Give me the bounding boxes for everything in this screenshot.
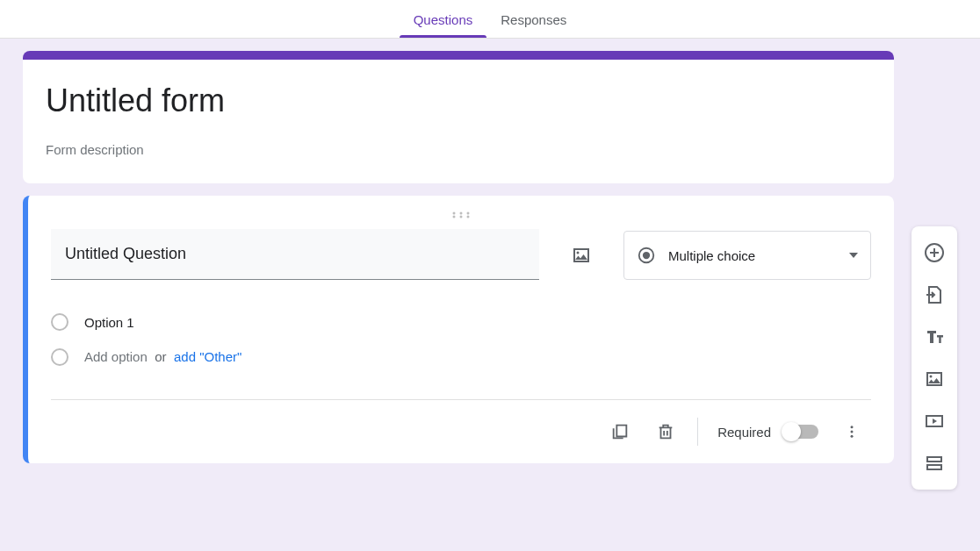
video-icon bbox=[924, 411, 945, 432]
svg-point-1 bbox=[460, 212, 463, 215]
radio-circle-icon bbox=[51, 348, 68, 366]
question-type-label: Multiple choice bbox=[668, 248, 849, 263]
plus-circle-icon bbox=[924, 242, 945, 263]
or-text: or bbox=[155, 349, 166, 364]
radio-icon bbox=[637, 246, 656, 265]
add-section-button[interactable] bbox=[915, 444, 954, 483]
required-label: Required bbox=[717, 425, 771, 440]
form-header-card: Untitled form Form description bbox=[23, 51, 894, 183]
more-options-button[interactable] bbox=[832, 412, 871, 451]
add-other-button[interactable]: add "Other" bbox=[174, 349, 241, 364]
image-icon bbox=[571, 245, 592, 266]
form-title[interactable]: Untitled form bbox=[46, 82, 871, 119]
side-toolbar bbox=[912, 226, 957, 490]
form-description[interactable]: Form description bbox=[46, 142, 871, 157]
question-type-selector[interactable]: Multiple choice bbox=[623, 231, 871, 280]
add-title-button[interactable] bbox=[915, 318, 954, 356]
add-image-button[interactable] bbox=[560, 234, 602, 276]
image-icon bbox=[924, 369, 945, 390]
svg-point-8 bbox=[643, 252, 650, 259]
duplicate-button[interactable] bbox=[601, 412, 639, 451]
svg-point-11 bbox=[851, 435, 854, 438]
delete-button[interactable] bbox=[646, 412, 685, 451]
svg-point-10 bbox=[851, 431, 854, 433]
chevron-down-icon bbox=[849, 253, 858, 258]
svg-point-3 bbox=[453, 216, 456, 218]
import-questions-button[interactable] bbox=[915, 276, 954, 314]
svg-point-5 bbox=[467, 216, 470, 218]
drag-handle-icon[interactable] bbox=[51, 211, 871, 218]
add-question-button[interactable] bbox=[915, 233, 954, 272]
section-icon bbox=[924, 453, 945, 474]
copy-icon bbox=[610, 422, 630, 441]
add-option-row: Add option or add "Other" bbox=[51, 340, 871, 375]
svg-point-2 bbox=[467, 212, 470, 215]
tab-questions[interactable]: Questions bbox=[400, 4, 487, 38]
svg-point-0 bbox=[453, 212, 456, 215]
question-title-input[interactable] bbox=[51, 229, 539, 280]
question-card: Multiple choice Option 1 Add option or a… bbox=[23, 196, 894, 463]
svg-point-9 bbox=[851, 426, 854, 428]
more-vert-icon bbox=[844, 424, 860, 440]
trash-icon bbox=[656, 422, 675, 441]
add-video-button[interactable] bbox=[915, 402, 954, 440]
option-1-text[interactable]: Option 1 bbox=[84, 315, 134, 330]
vertical-divider bbox=[697, 418, 698, 446]
svg-point-6 bbox=[577, 252, 580, 254]
add-image-button-toolbar[interactable] bbox=[915, 360, 954, 398]
required-toggle[interactable] bbox=[783, 425, 818, 439]
question-footer: Required bbox=[51, 412, 871, 451]
radio-circle-icon bbox=[51, 313, 68, 331]
tabs-bar: Questions Responses bbox=[0, 0, 980, 39]
divider bbox=[51, 399, 871, 400]
svg-point-13 bbox=[930, 376, 933, 378]
add-option-button[interactable]: Add option bbox=[84, 349, 148, 364]
tab-responses[interactable]: Responses bbox=[486, 4, 580, 38]
import-icon bbox=[924, 284, 945, 305]
text-icon bbox=[924, 326, 945, 347]
option-row: Option 1 bbox=[51, 304, 871, 340]
svg-point-4 bbox=[460, 216, 463, 218]
